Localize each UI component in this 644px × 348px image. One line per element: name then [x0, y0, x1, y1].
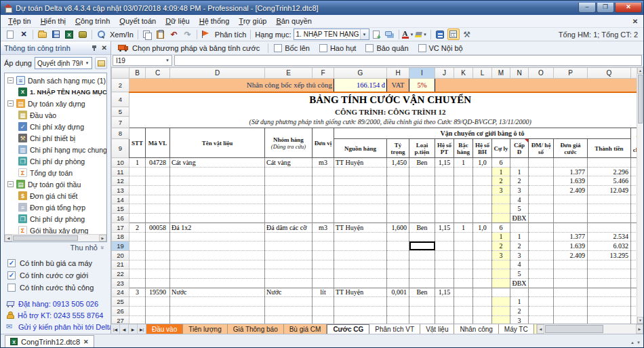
cell-B23[interactable]: [129, 278, 146, 288]
collapse-panel-control[interactable]: Thu nhỏ »: [1, 242, 110, 253]
cell-I13[interactable]: [409, 186, 435, 195]
cell-J17[interactable]: 1,15: [435, 223, 454, 232]
row-header-11[interactable]: 11: [112, 167, 129, 176]
cell-P10[interactable]: [554, 158, 588, 168]
cell-F14[interactable]: [313, 195, 334, 204]
cell-C12[interactable]: [146, 176, 170, 186]
cell-M25[interactable]: [492, 297, 510, 307]
cell-N13[interactable]: 3: [510, 186, 529, 195]
sidebar-item-chi-phi-du-phong[interactable]: ❒Chi phí dự phòng: [5, 155, 106, 167]
tab-vat-lieu[interactable]: Vật liệu: [420, 324, 454, 334]
menu-hien-thi[interactable]: Hiển thị: [36, 16, 71, 26]
cell-I27[interactable]: [409, 315, 435, 324]
cell-G19[interactable]: [334, 241, 387, 251]
cell-O23[interactable]: [529, 278, 554, 288]
cell-N24[interactable]: [510, 288, 529, 297]
cell-E12[interactable]: [265, 176, 313, 186]
cell-B24[interactable]: 3: [129, 288, 146, 297]
header-cap-d[interactable]: Cấp Đ: [510, 139, 529, 158]
cell-K15[interactable]: [454, 204, 473, 214]
cell-B21[interactable]: [129, 260, 146, 269]
minimize-button[interactable]: –: [578, 3, 596, 13]
header-mavl[interactable]: Mã VL: [146, 128, 170, 158]
export-excel-button[interactable]: [63, 28, 75, 40]
cell-G21[interactable]: [334, 260, 387, 269]
row-header-4[interactable]: 4: [112, 92, 129, 107]
chevron-down-icon[interactable]: ▼: [163, 58, 172, 62]
cell-H21[interactable]: [387, 260, 409, 269]
cell-Q23[interactable]: [588, 278, 631, 288]
cell-Q11[interactable]: 2.296: [588, 167, 631, 176]
col-header-I[interactable]: I: [409, 68, 435, 79]
cell-K19[interactable]: [454, 241, 473, 251]
sidebar-item-danh-sach-hang-muc-1[interactable]: −≡Danh sách hạng mục (1): [5, 75, 106, 86]
cell-H13[interactable]: [387, 186, 409, 195]
chevron-down-icon[interactable]: ▼: [360, 29, 369, 39]
tab-may-tc[interactable]: Máy TC: [499, 324, 534, 334]
sidebar-item-chi-phi-hang-muc-chung[interactable]: ▥Chi phí hạng mục chung: [5, 144, 106, 155]
cell-P22[interactable]: [554, 269, 588, 279]
cell-L10[interactable]: 1,0: [473, 158, 492, 168]
cell-G13[interactable]: [334, 186, 387, 195]
cell-I25[interactable]: [409, 297, 435, 307]
add-item-button[interactable]: [370, 28, 382, 40]
row-header-7[interactable]: 7: [112, 117, 129, 128]
cell-Q19[interactable]: 6.032: [588, 241, 631, 251]
scrollbar-thumb[interactable]: [545, 325, 603, 333]
scrollbar-thumb[interactable]: [13, 235, 78, 241]
sheet-subtitle[interactable]: CÔNG TRÌNH: CÔNG TRÌNH 12: [129, 107, 637, 117]
cell-I22[interactable]: [409, 269, 435, 279]
header-group-van-chuyen[interactable]: Vận chuyển cơ giới bằng ô tô: [334, 128, 631, 139]
cell-C17[interactable]: 00058: [146, 223, 170, 232]
tree-horizontal-scrollbar[interactable]: ◀ ▶: [5, 234, 106, 241]
save-button[interactable]: [49, 28, 62, 40]
col-header-K[interactable]: K: [454, 68, 473, 79]
cell-N20[interactable]: 3: [510, 250, 529, 260]
cell-G14[interactable]: [334, 195, 387, 204]
mdi-close-icon[interactable]: ✕: [630, 18, 641, 25]
cell-P11[interactable]: 1.377: [554, 167, 588, 176]
cell-O25[interactable]: [529, 297, 554, 307]
cell-C13[interactable]: [146, 186, 170, 195]
cell-E22[interactable]: [265, 269, 313, 279]
cell-J11[interactable]: [435, 167, 454, 176]
cell-F11[interactable]: [313, 167, 334, 176]
row-header-5[interactable]: 5: [112, 107, 129, 117]
col-header-N[interactable]: N: [510, 68, 529, 79]
cell-E15[interactable]: [265, 204, 313, 214]
analyze-label[interactable]: Phân tích: [215, 31, 246, 39]
cell-O19[interactable]: [529, 241, 554, 251]
properties-button[interactable]: [95, 57, 107, 69]
cell-B14[interactable]: [129, 195, 146, 204]
cell-E16[interactable]: [265, 214, 313, 223]
tools-button[interactable]: ⚒: [461, 28, 473, 40]
cell-I15[interactable]: [409, 204, 435, 214]
cell-Q26[interactable]: [588, 307, 631, 316]
cell-B10[interactable]: 1: [129, 158, 146, 168]
header-ten-vat-lieu[interactable]: Tên vật liệu: [170, 128, 265, 158]
col-header-Q[interactable]: Q: [588, 68, 631, 79]
cell-H10[interactable]: 1,450: [387, 158, 409, 168]
cell-J19[interactable]: [435, 241, 454, 251]
cell-I14[interactable]: [409, 195, 435, 204]
cell-J13[interactable]: [435, 186, 454, 195]
row-header-24[interactable]: 24: [112, 288, 129, 297]
cell-B25[interactable]: [129, 297, 146, 307]
cell-L27[interactable]: [473, 315, 492, 324]
cell-M27[interactable]: [492, 315, 510, 324]
tab-nhan-cong[interactable]: Nhân công: [454, 324, 498, 334]
cell-C19[interactable]: [146, 241, 170, 251]
next-sheet-button[interactable]: ▶: [129, 324, 138, 334]
cell-F18[interactable]: [313, 232, 334, 241]
cell-L13[interactable]: [473, 186, 492, 195]
cell-F20[interactable]: [313, 250, 334, 260]
cell-Q17[interactable]: [588, 223, 631, 232]
cell-F21[interactable]: [313, 260, 334, 269]
cell-G27[interactable]: [334, 315, 387, 324]
sidebar-item-goi-thau-xay-dung[interactable]: ΣGói thầu xây dựng: [5, 225, 106, 234]
chevron-down-icon[interactable]: ▼: [83, 61, 92, 65]
undo-button[interactable]: ↶: [168, 28, 180, 40]
cell-I26[interactable]: [409, 307, 435, 316]
fill-color-button[interactable]: ▼: [416, 28, 428, 40]
cell-F27[interactable]: [313, 315, 334, 324]
